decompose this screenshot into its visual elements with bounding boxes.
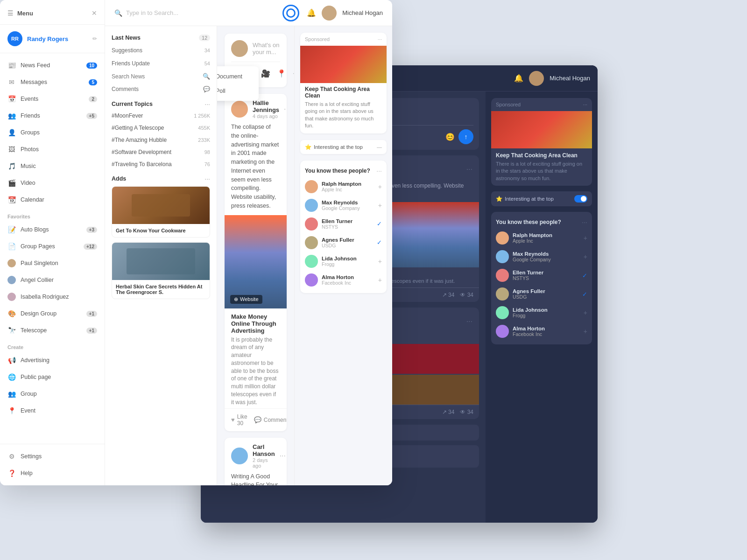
sidebar-item-music[interactable]: 🎵 Music	[0, 158, 105, 175]
sidebar-settings[interactable]: ⚙ Settings	[0, 448, 105, 465]
like-icon-1: ♥	[231, 416, 235, 423]
create-event-icon: 📍	[7, 406, 16, 415]
dark-person-action-3[interactable]: ✓	[582, 272, 587, 279]
comment-btn-1[interactable]: 💬 Comment	[254, 416, 287, 423]
sidebar-item-calendar[interactable]: 📆 Calendar	[0, 191, 105, 208]
sidebar-item-messages[interactable]: ✉ Messages 5	[0, 74, 105, 91]
person-action-2[interactable]: +	[378, 202, 382, 209]
dark-share-2[interactable]: ↗ 34	[442, 409, 455, 415]
dark-person-action-6[interactable]: +	[584, 328, 587, 335]
person-action-3[interactable]: ✓	[377, 220, 382, 227]
document-option[interactable]: 📄 Document	[217, 69, 259, 84]
topics-more[interactable]: ···	[204, 100, 210, 108]
dark-emoji-icon[interactable]: 😊	[445, 133, 455, 141]
hamburger-icon: ☰	[7, 9, 14, 17]
sidebar-fav-paul[interactable]: Paul Singleton	[0, 255, 105, 272]
poll-option[interactable]: 📊 Poll	[217, 84, 259, 98]
add-card-title-1: Get To Know Your Cookware	[112, 224, 210, 237]
add-card-img-1	[112, 187, 210, 224]
topic-2[interactable]: #Getting A Telescope 455K	[105, 122, 217, 134]
dark-person-action-1[interactable]: +	[584, 234, 587, 242]
add-card-2[interactable]: Herbal Skin Care Secrets Hidden At The G…	[112, 242, 210, 299]
edit-icon[interactable]: ✏	[92, 35, 97, 42]
search-placeholder[interactable]: Type in to Search...	[126, 9, 178, 16]
person-action-4[interactable]: ✓	[377, 239, 382, 246]
dark-sponsored-more[interactable]: ···	[583, 102, 587, 107]
menu-label: Menu	[17, 10, 33, 17]
sidebar-user-name[interactable]: Randy Rogers	[27, 35, 88, 42]
sidebar-item-video[interactable]: 🎬 Video	[0, 175, 105, 191]
top-user-name: Micheal Hogan	[342, 9, 383, 16]
interesting-label: ⭐ Interesting at the top	[305, 144, 363, 150]
composer-more-btn[interactable]: ···	[293, 70, 294, 77]
topic-5[interactable]: #Traveling To Barcelona 76	[105, 158, 217, 170]
people-more[interactable]: ···	[376, 167, 382, 175]
music-label: Music	[21, 163, 36, 169]
sidebar-fav-autoblogs[interactable]: 📝 Auto Blogs +3	[0, 221, 105, 238]
sidebar-help[interactable]: ❓ Help	[0, 465, 105, 482]
sidebar-item-photos[interactable]: 🖼 Photos	[0, 141, 105, 158]
search-news-input[interactable]	[112, 73, 200, 80]
people-header: You know these people? ···	[300, 164, 387, 177]
autoblogs-icon: 📝	[7, 225, 16, 234]
dark-share-1[interactable]: ↗ 34	[442, 292, 455, 298]
dark-views-2: 👁 34	[460, 409, 473, 415]
video-icon: 🎬	[7, 179, 16, 187]
post-more-1[interactable]: ···	[284, 105, 287, 113]
settings-icon: ⚙	[7, 452, 16, 461]
sidebar-fav-angel[interactable]: Angel Collier	[0, 272, 105, 288]
sponsored-more[interactable]: ···	[378, 36, 382, 42]
topic-1[interactable]: #MoonFever 1 256K	[105, 110, 217, 122]
dark-interesting-toggle[interactable]	[574, 195, 587, 203]
dark-person-action-5[interactable]: +	[584, 309, 587, 316]
sidebar-fav-isabella[interactable]: Isabella Rodriguez	[0, 288, 105, 305]
dark-bell-icon[interactable]: 🔔	[514, 74, 523, 83]
help-icon: ❓	[7, 469, 16, 477]
sidebar-item-friends[interactable]: 👥 Friends +5	[0, 107, 105, 124]
menu-toggle[interactable]: ☰ Menu	[7, 9, 33, 17]
center-feed: What's on your m... 📄 Document 📊 Poll	[217, 26, 294, 485]
sidebar-fav-grouppages[interactable]: 📄 Group Pages +12	[0, 238, 105, 255]
video-btn[interactable]: 🎥	[261, 69, 270, 78]
sidebar-create-advertising[interactable]: 📢 Advertising	[0, 352, 105, 369]
design-label: Design Group	[21, 310, 56, 317]
sidebar-item-newsfeed[interactable]: 📰 News Feed 10	[0, 57, 105, 74]
person-action-1[interactable]: +	[378, 183, 382, 190]
dark-post-more-2[interactable]: ···	[466, 317, 472, 326]
sidebar-item-events[interactable]: 📅 Events 2	[0, 91, 105, 107]
notification-icon[interactable]: 🔔	[307, 8, 316, 17]
add-card-1[interactable]: Get To Know Your Cookware	[112, 186, 210, 238]
dark-username: Micheal Hogan	[550, 75, 590, 82]
sidebar-create-publicpage[interactable]: 🌐 Public page	[0, 369, 105, 385]
person-action-6[interactable]: +	[378, 276, 382, 284]
composer-input[interactable]: What's on your m...	[253, 42, 280, 56]
adds-title: Adds	[112, 175, 126, 182]
sponsored-title: Keep That Cooking Area Clean	[300, 83, 387, 101]
people-card: You know these people? ··· Ralph Hampton…	[300, 161, 387, 293]
left-suggestions[interactable]: Suggestions 34	[105, 44, 217, 57]
topic-4[interactable]: #Software Development 98	[105, 146, 217, 158]
left-comments[interactable]: Comments 💬	[105, 83, 217, 96]
sidebar-fav-design[interactable]: 🎨 Design Group +1	[0, 305, 105, 322]
topic-3[interactable]: #The Amazing Hubble 233K	[105, 134, 217, 146]
dark-person-action-4[interactable]: ✓	[582, 291, 587, 298]
dark-person-action-2[interactable]: +	[584, 253, 587, 260]
left-friends-update[interactable]: Friends Update 54	[105, 57, 217, 70]
location-btn[interactable]: 📍	[277, 69, 286, 78]
sidebar-fav-telescope[interactable]: 🔭 Telescope +1	[0, 322, 105, 339]
post-more-2[interactable]: ···	[280, 452, 286, 460]
close-icon[interactable]: ✕	[92, 9, 97, 17]
dark-people-more[interactable]: ···	[582, 218, 587, 226]
dark-post-more-1[interactable]: ···	[466, 165, 472, 174]
dark-submit-btn[interactable]: ↑	[458, 129, 473, 144]
search-news-icon[interactable]: 🔍	[203, 73, 210, 80]
content-area: Last News 12 Suggestions 34 Friends Upda…	[105, 26, 392, 485]
adds-more[interactable]: ···	[204, 175, 210, 182]
person-company-4: USDG	[322, 243, 373, 248]
like-btn-1[interactable]: ♥ Like 30	[231, 413, 247, 427]
sidebar-create-event[interactable]: 📍 Event	[0, 402, 105, 419]
friends-update-count: 54	[204, 61, 210, 66]
sidebar-item-groups[interactable]: 👤 Groups	[0, 124, 105, 141]
sidebar-create-group[interactable]: 👥 Group	[0, 385, 105, 402]
person-action-5[interactable]: +	[378, 258, 382, 265]
